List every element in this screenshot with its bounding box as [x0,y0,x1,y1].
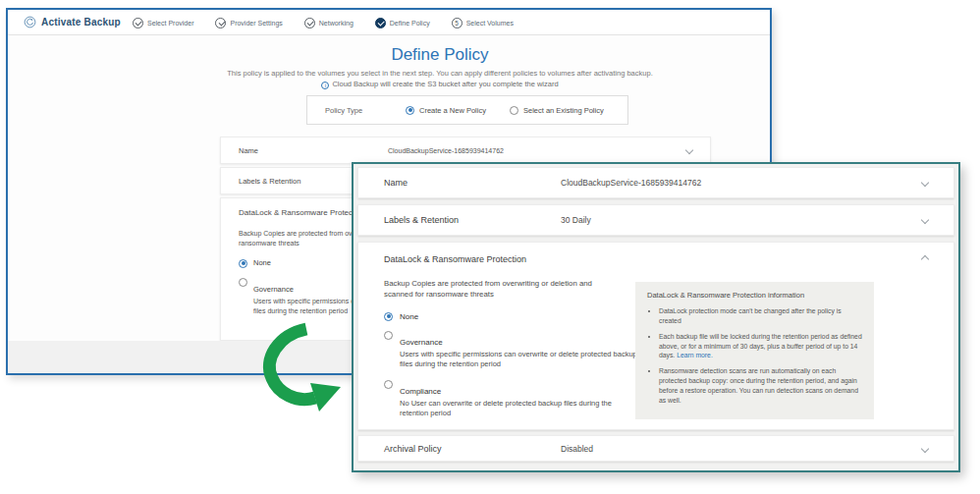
row-value: CloudBackupService-1685939414762 [561,178,701,188]
policy-detail-zoom-panel: Name CloudBackupService-1685939414762 La… [352,162,960,472]
radio-label: Select an Existing Policy [523,106,604,115]
step-label: Select Volumes [466,20,514,27]
option-label: Governance [400,338,443,347]
step-label: Select Provider [147,20,193,27]
radio-selected-icon[interactable] [406,106,414,115]
option-description: No User can overwrite or delete protecte… [400,399,637,419]
page-title: Define Policy [106,45,774,65]
row-label: Name [384,178,561,188]
row-value: CloudBackupService-1685939414762 [388,147,504,154]
page-info-note: Cloud Backup will create the S3 bucket a… [106,80,774,89]
radio-icon[interactable] [239,278,247,287]
chevron-down-icon[interactable] [921,216,929,224]
step-label: Define Policy [390,20,430,27]
panel-row-labels-retention[interactable]: Labels & Retention 30 Daily [357,204,954,236]
info-icon [321,82,329,89]
radio-selected-icon[interactable] [239,259,247,268]
radio-icon[interactable] [384,331,393,340]
row-label: Archival Policy [384,444,561,454]
radio-select-existing-policy[interactable]: Select an Existing Policy [510,106,604,115]
option-label: Compliance [400,387,441,396]
row-label: Labels & Retention [384,215,561,225]
radio-label: Create a New Policy [419,106,486,115]
info-box-bullets: DataLock protection mode can't be change… [647,306,862,406]
accordion-row-name[interactable]: Name CloudBackupService-1685939414762 [220,137,711,164]
datalock-header[interactable]: DataLock & Ransomware Protection [384,254,928,264]
chevron-down-icon[interactable] [921,179,929,187]
policy-type-box: Policy Type Create a New Policy Select a… [306,95,628,125]
info-bullet-text: Ransomware detection scans are run autom… [659,367,858,404]
learn-more-link[interactable]: Learn more. [677,352,713,358]
check-circle-icon [304,18,315,28]
step-select-provider[interactable]: Select Provider [133,18,193,28]
option-description: Users with specific permissions can over… [400,350,637,370]
check-circle-filled-icon [375,18,386,28]
step-number-icon: 5 [452,18,463,28]
panel-row-name[interactable]: Name CloudBackupService-1685939414762 [357,167,954,198]
datalock-title: DataLock & Ransomware Protection [384,254,526,264]
step-define-policy[interactable]: Define Policy [375,18,430,28]
wizard-steps: Select Provider Provider Settings Networ… [133,10,514,35]
step-provider-settings[interactable]: Provider Settings [215,18,282,28]
row-value: 30 Daily [561,215,591,225]
panel-row-archival-policy[interactable]: Archival Policy Disabled [357,435,954,462]
datalock-info-box: DataLock & Ransomware Protection informa… [635,282,874,419]
radio-icon[interactable] [384,380,393,389]
info-bullet: Each backup file will be locked during t… [659,332,862,361]
info-bullet-text: DataLock protection mode can't be change… [659,307,842,324]
zoom-callout-arrow-icon [260,322,358,415]
step-networking[interactable]: Networking [304,18,354,28]
info-bullet: DataLock protection mode can't be change… [659,306,862,326]
check-circle-icon [215,18,226,28]
info-box-title: DataLock & Ransomware Protection informa… [647,291,862,300]
option-label: Governance [253,285,294,294]
row-value: Disabled [561,444,593,454]
chevron-down-icon[interactable] [921,444,929,452]
chevron-down-icon[interactable] [685,146,693,154]
check-circle-icon [133,18,143,28]
activate-backup-icon [24,16,36,28]
option-label: None [253,258,271,267]
row-label: Name [239,146,388,155]
option-label: None [400,312,418,321]
datalock-description: Backup Copies are protected from overwri… [384,278,608,301]
radio-icon[interactable] [510,106,518,115]
chevron-up-icon[interactable] [921,255,929,263]
panel-row-datalock-expanded: DataLock & Ransomware Protection Backup … [357,242,954,430]
step-label: Networking [319,20,354,27]
wizard-logo: Activate Backup [24,16,121,28]
policy-type-label: Policy Type [325,106,382,115]
wizard-header: Activate Backup Select Provider Provider… [8,10,770,35]
step-select-volumes[interactable]: 5 Select Volumes [452,18,514,28]
step-label: Provider Settings [230,20,282,27]
radio-selected-icon[interactable] [384,312,393,321]
page-subtitle: This policy is applied to the volumes yo… [106,69,774,78]
info-bullet: Ransomware detection scans are run autom… [659,366,862,405]
info-note-text: Cloud Backup will create the S3 bucket a… [332,80,558,88]
radio-create-new-policy[interactable]: Create a New Policy [406,106,486,115]
app-title: Activate Backup [41,17,121,27]
